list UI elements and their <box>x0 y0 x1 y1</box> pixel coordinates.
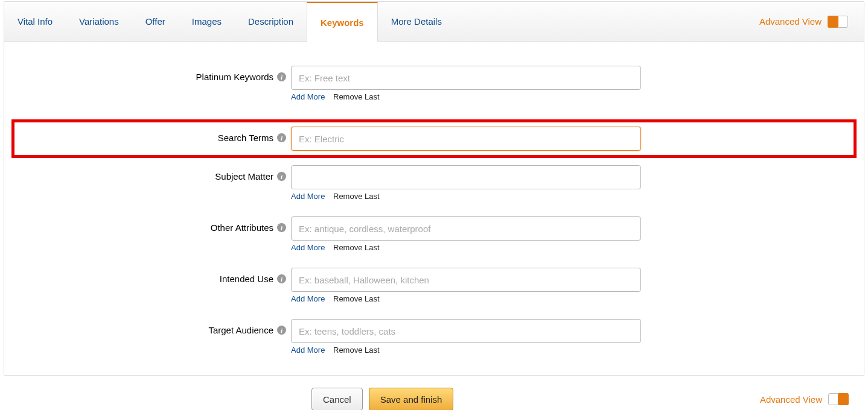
remove-last-link[interactable]: Remove Last <box>333 345 380 355</box>
info-icon[interactable]: i <box>277 326 286 335</box>
info-icon[interactable]: i <box>277 223 286 232</box>
row-search-terms: Search Terms i <box>16 124 852 153</box>
tab-keywords[interactable]: Keywords <box>307 2 378 42</box>
save-and-finish-button[interactable]: Save and finish <box>369 388 454 410</box>
add-more-link[interactable]: Add More <box>291 243 325 252</box>
tab-description[interactable]: Description <box>235 2 307 41</box>
info-icon[interactable]: i <box>277 274 286 283</box>
tab-variations[interactable]: Variations <box>66 2 132 41</box>
input-platinum-keywords[interactable] <box>291 66 641 90</box>
add-more-link[interactable]: Add More <box>291 294 325 303</box>
advanced-view-toggle-bottom[interactable] <box>828 393 849 405</box>
input-target-audience[interactable] <box>291 319 641 343</box>
label-platinum-keywords: Platinum Keywords <box>196 72 273 82</box>
info-icon[interactable]: i <box>277 172 286 181</box>
label-intended-use: Intended Use <box>220 274 273 284</box>
advanced-view-label-footer: Advanced View <box>760 394 822 405</box>
cancel-button[interactable]: Cancel <box>311 388 363 410</box>
remove-last-link[interactable]: Remove Last <box>333 243 380 252</box>
row-intended-use: Intended Use i Add More Remove Last <box>16 268 852 317</box>
info-icon[interactable]: i <box>277 133 286 142</box>
add-more-link[interactable]: Add More <box>291 92 325 101</box>
row-platinum-keywords: Platinum Keywords i Add More Remove Last <box>16 66 852 115</box>
add-more-link[interactable]: Add More <box>291 192 325 201</box>
footer-bar: Cancel Save and finish Advanced View <box>4 377 864 410</box>
label-other-attributes: Other Attributes <box>211 222 273 233</box>
add-more-link[interactable]: Add More <box>291 345 325 355</box>
remove-last-link[interactable]: Remove Last <box>333 294 380 303</box>
row-other-attributes: Other Attributes i Add More Remove Last <box>16 216 852 265</box>
label-search-terms: Search Terms <box>218 133 273 143</box>
keywords-panel: Vital Info Variations Offer Images Descr… <box>4 1 864 376</box>
advanced-view-toggle-top[interactable] <box>828 16 848 28</box>
advanced-view-label: Advanced View <box>759 16 822 27</box>
tab-bar: Vital Info Variations Offer Images Descr… <box>4 2 864 42</box>
input-search-terms[interactable] <box>291 127 641 151</box>
tab-images[interactable]: Images <box>179 2 235 41</box>
row-subject-matter: Subject Matter i Add More Remove Last <box>16 165 852 214</box>
form-area: Platinum Keywords i Add More Remove Last… <box>4 42 864 375</box>
tab-vital-info[interactable]: Vital Info <box>4 2 66 41</box>
label-target-audience: Target Audience <box>208 325 273 335</box>
remove-last-link[interactable]: Remove Last <box>333 92 380 101</box>
input-intended-use[interactable] <box>291 268 641 292</box>
tab-more-details[interactable]: More Details <box>378 2 455 41</box>
input-subject-matter[interactable] <box>291 165 641 189</box>
row-target-audience: Target Audience i Add More Remove Last <box>16 319 852 355</box>
info-icon[interactable]: i <box>277 72 286 81</box>
input-other-attributes[interactable] <box>291 216 641 241</box>
tab-offer[interactable]: Offer <box>132 2 179 41</box>
label-subject-matter: Subject Matter <box>215 171 273 181</box>
remove-last-link[interactable]: Remove Last <box>333 192 380 201</box>
